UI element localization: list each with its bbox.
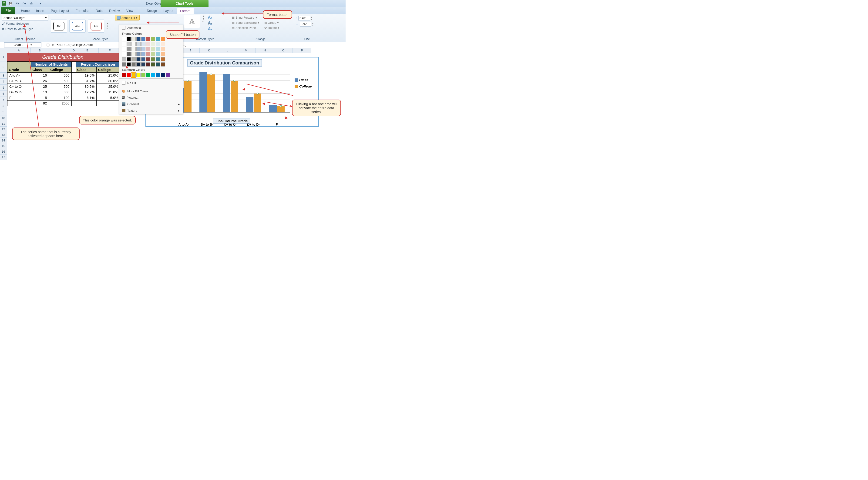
chart-title[interactable]: Grade Distribution Comparison [187,59,262,67]
text-outline-icon[interactable]: A▾ [208,21,212,26]
color-swatch[interactable] [151,37,155,41]
color-swatch[interactable] [161,57,165,61]
file-tab[interactable]: File [1,7,16,14]
bar-college[interactable] [254,94,261,113]
gallery-down-icon[interactable]: ▼ [106,25,109,27]
row-header[interactable]: 10 [0,116,7,121]
column-header[interactable]: B [31,48,49,53]
qat-more-icon[interactable]: ▾ [38,1,43,6]
shape-style-2[interactable]: Abc [69,20,86,33]
color-swatch[interactable] [131,47,136,51]
group-button[interactable]: ⊞Group ▾ [264,21,280,25]
bring-forward-button[interactable]: ▦Bring Forward ▾ [231,15,260,20]
select-all-corner[interactable] [0,48,7,53]
bar-college[interactable] [277,106,285,113]
color-swatch[interactable] [122,57,126,61]
color-swatch[interactable] [136,42,141,46]
color-swatch[interactable] [146,73,150,77]
row-header[interactable]: 11 [0,121,7,127]
column-header[interactable]: M [237,48,255,53]
color-swatch[interactable] [127,47,131,51]
color-swatch[interactable] [146,52,150,56]
chart-element-dropdown[interactable]: Series "College" ▾ [2,15,49,21]
color-swatch[interactable] [161,37,165,41]
gallery-more-icon[interactable]: ▾ [106,28,109,30]
color-swatch[interactable] [141,47,146,51]
redo-icon[interactable]: ↷▾ [22,1,27,6]
color-swatch[interactable] [161,52,165,56]
chart-legend[interactable]: Class College [294,78,312,91]
color-swatch[interactable] [151,42,155,46]
text-effects-icon[interactable]: A▾ [208,27,212,31]
column-header[interactable]: N [255,48,274,53]
color-swatch[interactable] [166,73,170,77]
color-swatch[interactable] [151,57,155,61]
column-header[interactable]: K [200,48,218,53]
selection-pane-button[interactable]: ▦Selection Pane [231,26,260,30]
gallery-down-icon[interactable]: ▼ [203,18,205,20]
color-swatch[interactable] [161,47,165,51]
row-header[interactable]: 3 [0,73,7,78]
tab-design[interactable]: Design [144,8,160,14]
fill-picture[interactable]: 🖼Picture... [119,94,183,101]
color-swatch[interactable] [146,62,150,67]
row-header[interactable]: 14 [0,138,7,143]
color-swatch[interactable] [156,37,160,41]
row-header[interactable]: 12 [0,127,7,132]
color-swatch[interactable] [131,42,136,46]
row-header[interactable]: 15 [0,143,7,149]
column-header[interactable]: F [99,48,121,53]
color-swatch[interactable] [122,73,126,77]
shape-style-1[interactable]: Abc [51,20,67,33]
color-swatch[interactable] [156,62,160,67]
color-swatch[interactable] [127,57,131,61]
color-swatch[interactable] [122,47,126,51]
shape-fill-button[interactable]: Shape Fill ▾ [115,15,140,21]
row-header[interactable]: 17 [0,155,7,160]
color-swatch[interactable] [161,62,165,67]
row-header[interactable]: 2 [0,61,7,73]
tab-layout[interactable]: Layout [160,8,177,14]
column-header[interactable]: J [181,48,200,53]
color-swatch[interactable] [127,37,131,41]
column-header[interactable]: E [76,48,99,53]
color-swatch[interactable] [122,42,126,46]
save-icon[interactable]: 💾 [8,1,13,6]
formula-text-left[interactable]: =SERIES("College",'Grade [57,43,93,46]
shape-style-3[interactable]: Abc [88,20,104,33]
tab-view[interactable]: View [123,8,136,14]
width-input[interactable]: 5.97" [300,22,311,27]
color-swatch[interactable] [156,57,160,61]
color-swatch[interactable] [127,42,131,46]
color-swatch[interactable] [122,37,126,41]
color-swatch[interactable] [131,57,136,61]
wordart-style-1[interactable]: A [184,15,200,28]
row-header[interactable]: 8 [0,103,7,109]
plot-area[interactable]: 5%10%0%A to A-B+ to B-C+ to C-D+ to D-F [171,69,290,113]
tab-format[interactable]: Format [177,8,194,14]
color-swatch[interactable] [151,52,155,56]
color-swatch[interactable] [156,73,160,77]
fill-texture[interactable]: Texture▸ [119,107,183,114]
column-header[interactable]: C [49,48,71,53]
column-header[interactable]: A [7,48,31,53]
tab-formulas[interactable]: Formulas [72,8,92,14]
text-fill-icon[interactable]: A▾ [208,15,212,20]
gallery-more-icon[interactable]: ▾ [203,21,205,23]
color-swatch[interactable] [122,52,126,56]
column-header[interactable]: D [71,48,76,53]
tab-page-layout[interactable]: Page Layout [48,8,72,14]
color-swatch[interactable] [141,42,146,46]
color-swatch[interactable] [146,47,150,51]
height-input[interactable]: 3.48" [298,16,310,21]
row-header[interactable]: 5 [0,85,7,91]
color-swatch[interactable] [151,62,155,67]
name-box[interactable]: Chart 3 ▾ [4,42,41,47]
tab-home[interactable]: Home [18,8,33,14]
fill-automatic[interactable]: Automatic [119,25,183,31]
color-swatch[interactable] [156,52,160,56]
row-header[interactable]: 16 [0,149,7,155]
color-swatch[interactable] [141,73,146,77]
x-axis-title[interactable]: Final Course Grade [213,118,250,124]
color-swatch[interactable] [131,52,136,56]
